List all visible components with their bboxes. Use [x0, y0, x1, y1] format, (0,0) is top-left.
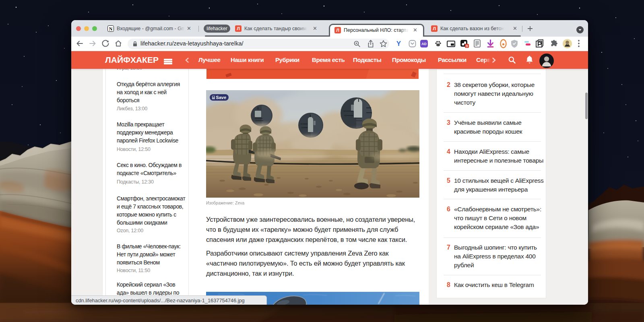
svg-text:N: N — [109, 26, 113, 32]
svg-text:AD: AD — [421, 42, 426, 46]
svg-text:5: 5 — [466, 44, 468, 48]
